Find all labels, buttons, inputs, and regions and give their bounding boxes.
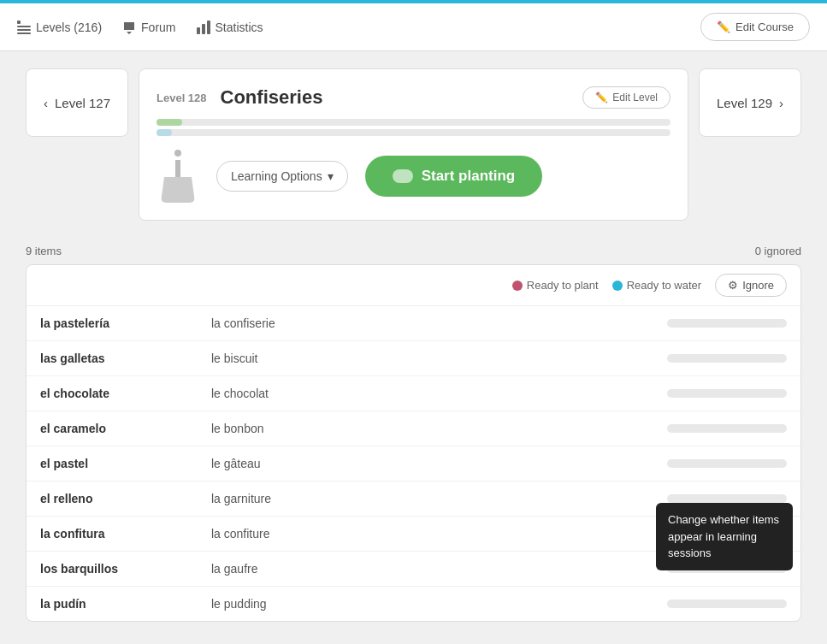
ignore-label: Ignore: [742, 279, 774, 292]
svg-rect-2: [17, 29, 31, 31]
vocab-french: le gâteau: [211, 457, 667, 470]
nav-levels[interactable]: Levels (216): [17, 17, 102, 38]
pot-top: [174, 150, 181, 157]
vocab-progress-bar: [667, 424, 787, 433]
vocab-french: le biscuit: [211, 352, 667, 365]
level-title-group: Level 128 Confiseries: [157, 86, 322, 109]
vocab-french: la gaufre: [211, 562, 667, 576]
ignore-button[interactable]: ⚙ Ignore: [715, 274, 787, 297]
vocab-progress-bg: [667, 494, 787, 503]
svg-rect-5: [202, 24, 205, 34]
plant-pot-icon: [157, 150, 199, 203]
table-row[interactable]: la pudín le pudding: [27, 587, 800, 621]
tooltip-box: Change whether items appear in learning …: [656, 503, 793, 570]
pencil-icon: ✏️: [717, 21, 730, 33]
svg-rect-3: [17, 32, 31, 34]
vocab-french: le pudding: [211, 597, 667, 611]
edit-level-label: Edit Level: [612, 92, 658, 103]
next-level-label: Level 129: [717, 96, 772, 110]
table-row[interactable]: el pastel le gâteau: [27, 446, 800, 482]
table-row[interactable]: las galletas le biscuit: [27, 341, 800, 376]
vocab-spanish: el chocolate: [40, 387, 211, 400]
vocab-progress-bg: [667, 600, 787, 608]
level-card-header: Level 128 Confiseries ✏️ Edit Level: [157, 86, 670, 109]
pot-body: [161, 177, 195, 203]
chevron-left-icon: ‹: [44, 96, 48, 110]
level-card-body: Learning Options ▾ Start planting: [157, 150, 670, 203]
ready-to-plant-label: Ready to plant: [527, 279, 599, 292]
nav-left: Levels (216) Forum Statistics: [17, 17, 263, 38]
legend-ready-to-plant: Ready to plant: [512, 279, 599, 292]
vocab-spanish: el pastel: [40, 457, 211, 470]
chevron-right-icon: ›: [779, 96, 783, 110]
vocab-progress-bar: [667, 319, 787, 328]
table-row[interactable]: el caramelo le bonbon: [27, 411, 800, 446]
edit-course-button[interactable]: ✏️ Edit Course: [700, 13, 810, 41]
progress-bar-1-bg: [157, 119, 670, 126]
gear-icon: ⚙: [728, 279, 738, 292]
vocab-progress-bg: [667, 389, 787, 398]
tooltip-text: Change whether items appear in learning …: [668, 513, 779, 559]
items-info: 9 items 0 ignored: [26, 238, 801, 264]
level-name: Confiseries: [221, 86, 323, 109]
vocab-progress-bg: [667, 459, 787, 468]
vocab-progress-bg: [667, 319, 787, 328]
vocab-progress-bar: [667, 494, 787, 503]
edit-course-label: Edit Course: [735, 21, 794, 33]
start-planting-button[interactable]: Start planting: [365, 156, 543, 197]
vocab-french: la garniture: [211, 492, 667, 505]
progress-bars: [157, 119, 670, 136]
vocab-progress-bar: [667, 354, 787, 363]
legend-ready-to-water: Ready to water: [612, 279, 701, 292]
next-level-button[interactable]: Level 129 ›: [699, 68, 801, 137]
vocab-french: le chocolat: [211, 387, 667, 400]
table-row[interactable]: el chocolate le chocolat: [27, 376, 800, 411]
vocab-spanish: los barquillos: [40, 562, 211, 576]
vocab-progress-bg: [667, 354, 787, 363]
statistics-label: Statistics: [216, 21, 263, 34]
svg-rect-0: [17, 21, 21, 24]
pencil-small-icon: ✏️: [595, 92, 608, 103]
table-row[interactable]: la pastelería la confiserie: [27, 306, 800, 341]
learning-options-label: Learning Options: [231, 169, 322, 183]
cloud-seedling-icon: [393, 169, 413, 183]
edit-level-button[interactable]: ✏️ Edit Level: [582, 86, 670, 109]
vocab-progress-bar: [667, 600, 787, 608]
levels-label: Levels (216): [36, 21, 102, 34]
vocab-french: la confiserie: [211, 316, 667, 330]
learning-options-button[interactable]: Learning Options ▾: [216, 161, 348, 192]
ready-to-water-label: Ready to water: [627, 279, 701, 292]
start-planting-label: Start planting: [422, 168, 516, 185]
vocab-progress-bg: [667, 424, 787, 433]
vocab-spanish: la confitura: [40, 527, 211, 541]
vocab-spanish: las galletas: [40, 352, 211, 365]
statistics-icon: [197, 21, 210, 34]
vocab-french: la confiture: [211, 527, 667, 541]
svg-rect-4: [197, 27, 200, 34]
vocab-spanish: la pudín: [40, 597, 211, 611]
nav-statistics[interactable]: Statistics: [197, 17, 263, 38]
progress-bar-2-fill: [157, 129, 172, 136]
vocabulary-rows: la pastelería la confiserie las galletas…: [27, 306, 800, 621]
progress-bar-1-fill: [157, 119, 182, 126]
forum-label: Forum: [141, 21, 175, 34]
items-count: 9 items: [26, 245, 62, 257]
vocab-spanish: el relleno: [40, 492, 211, 505]
vocab-progress-bar: [667, 459, 787, 468]
prev-level-button[interactable]: ‹ Level 127: [26, 68, 128, 137]
navigation-bar: Levels (216) Forum Statistics ✏️ Edit Co…: [0, 3, 827, 51]
main-content: ‹ Level 127 Level 128 Confiseries ✏️ Edi…: [0, 51, 827, 639]
vocab-spanish: la pastelería: [40, 316, 211, 330]
chevron-down-icon: ▾: [328, 169, 334, 183]
vocab-spanish: el caramelo: [40, 422, 211, 435]
nav-forum[interactable]: Forum: [122, 17, 175, 38]
pink-dot-icon: [512, 281, 523, 291]
vocab-french: le bonbon: [211, 422, 667, 435]
level-number: Level 128: [157, 92, 207, 104]
levels-icon: [17, 21, 31, 34]
prev-level-label: Level 127: [55, 96, 110, 110]
table-header: Ready to plant Ready to water ⚙ Ignore: [27, 265, 800, 306]
vocabulary-section: 9 items 0 ignored Ready to plant Ready t…: [26, 238, 801, 622]
progress-bar-2-bg: [157, 129, 670, 136]
ignored-count: 0 ignored: [755, 245, 801, 257]
